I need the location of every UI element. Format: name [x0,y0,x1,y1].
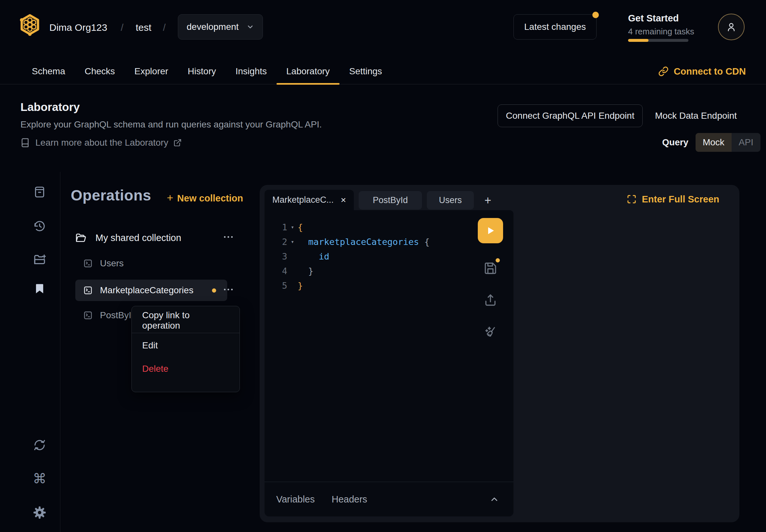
laboratory-screen: Dima Org123 / test / development Latest … [0,0,766,532]
connect-to-cdn-label: Connect to CDN [674,66,746,77]
tab-laboratory[interactable]: Laboratory [276,58,339,84]
enter-fullscreen-button[interactable]: Enter Full Screen [627,192,719,206]
sidebar-item-history[interactable] [32,219,47,233]
new-collection-label: New collection [177,193,243,204]
code-line[interactable]: 4 } [264,264,430,278]
run-query-button[interactable] [478,218,503,243]
sidebar-item-docs[interactable] [32,185,47,199]
prettify-button[interactable] [484,325,497,339]
broom-sparkles-icon [484,325,497,339]
operation-icon [83,310,93,320]
operation-more-options-icon[interactable] [224,289,233,290]
page-title: Laboratory [20,101,80,114]
editor-tab-users[interactable]: Users [427,191,474,210]
sidebar-item-new-collection[interactable] [32,253,47,267]
learn-more-label: Learn more about the Laboratory [35,138,168,148]
chevron-up-icon[interactable] [490,494,499,504]
folder-open-icon [75,232,86,243]
sidebar-item-settings[interactable] [32,505,47,520]
collection-row[interactable]: My shared collection [75,227,234,248]
sidebar-item-sync[interactable] [32,438,47,452]
collection-more-options-icon[interactable] [224,236,233,238]
command-icon: ⌘ [33,472,46,486]
latest-changes-label: Latest changes [524,22,586,32]
page-subtitle: Explore your GraphQL schema and run quer… [20,119,322,130]
nav-tabbar: Schema Checks Explorer History Insights … [0,58,766,84]
get-started-title[interactable]: Get Started [628,13,679,24]
plus-icon: + [167,191,173,204]
progress-fill [628,39,649,42]
connect-to-cdn-link[interactable]: Connect to CDN [658,58,746,84]
operations-heading: Operations [71,187,151,204]
unsaved-changes-dot [496,258,500,262]
headers-tab[interactable]: Headers [332,494,367,505]
latest-changes-button[interactable]: Latest changes [514,14,597,40]
menu-item-edit[interactable]: Edit [132,334,239,357]
menu-divider [132,333,239,333]
connect-graphql-endpoint-label: Connect GraphQL API Endpoint [506,111,635,121]
operation-row-marketplace-categories[interactable]: MarketplaceCategories [75,280,227,301]
code-line[interactable]: 1▾{ [264,220,430,235]
breadcrumb-org[interactable]: Dima Org123 [49,22,107,33]
sidebar-item-shortcuts[interactable]: ⌘ [32,472,47,486]
menu-item-copy-link[interactable]: Copy link to operation [132,309,239,332]
editor-tab-marketplace[interactable]: MarketplaceC... × [264,190,354,210]
tab-history[interactable]: History [178,58,225,84]
refresh-icon [33,439,46,452]
book-icon [20,138,30,148]
enter-fullscreen-label: Enter Full Screen [642,194,719,205]
fullscreen-icon [627,194,637,204]
line-number: 1 [264,220,287,235]
query-editor[interactable]: 1▾{2▾ marketplaceCategories {3 id4 }5} V… [264,210,514,516]
environment-dropdown[interactable]: development [178,14,263,40]
operation-icon [83,259,93,268]
code-line[interactable]: 2▾ marketplaceCategories { [264,235,430,249]
tab-explorer[interactable]: Explorer [125,58,178,84]
code-text: } [298,264,313,278]
code-text: marketplaceCategories { [298,235,430,249]
breadcrumb-separator: / [163,22,165,33]
close-icon[interactable]: × [341,196,346,205]
tab-insights[interactable]: Insights [225,58,276,84]
breadcrumb-separator: / [121,22,123,33]
query-mode-mock[interactable]: Mock [696,133,732,152]
operation-icon [83,285,93,295]
breadcrumb-project[interactable]: test [136,22,151,33]
fold-icon[interactable]: ▾ [287,235,298,249]
get-started-subtitle: 4 remaining tasks [628,27,694,37]
code-line[interactable]: 3 id [264,249,430,264]
collection-name: My shared collection [95,233,181,243]
tab-checks[interactable]: Checks [75,58,125,84]
new-collection-button[interactable]: + New collection [167,191,243,204]
variables-tab[interactable]: Variables [276,494,315,505]
save-icon [484,261,497,275]
query-mode-toggle: Mock API [696,133,760,152]
operation-name: Users [100,258,124,269]
code-area[interactable]: 1▾{2▾ marketplaceCategories {3 id4 }5} [264,220,430,293]
tab-settings[interactable]: Settings [339,58,392,84]
tab-schema[interactable]: Schema [22,58,75,84]
code-line[interactable]: 5} [264,278,430,293]
query-mode-api[interactable]: API [732,133,760,152]
operation-row-users[interactable]: Users [75,253,227,274]
mock-data-endpoint-button[interactable]: Mock Data Endpoint [655,104,737,127]
fold-icon[interactable]: ▾ [287,220,298,235]
sidebar-item-collections[interactable] [32,282,47,296]
operation-name: MarketplaceCategories [100,285,193,296]
editor-action-rail [478,218,503,339]
code-text: id [298,249,329,264]
hive-logo[interactable] [19,14,41,38]
notification-dot [592,12,599,18]
sidebar-divider [60,172,60,532]
share-operation-button[interactable] [484,293,497,307]
user-avatar[interactable] [718,14,745,40]
line-number: 3 [264,249,287,264]
connect-graphql-endpoint-button[interactable]: Connect GraphQL API Endpoint [498,104,643,127]
learn-more-link[interactable]: Learn more about the Laboratory [20,138,182,148]
editor-tab-postbyid[interactable]: PostById [359,191,422,210]
menu-item-delete[interactable]: Delete [132,357,239,381]
save-operation-button[interactable] [484,261,497,275]
line-number: 4 [264,264,287,278]
new-tab-button[interactable]: + [480,191,496,210]
share-icon [484,293,497,307]
